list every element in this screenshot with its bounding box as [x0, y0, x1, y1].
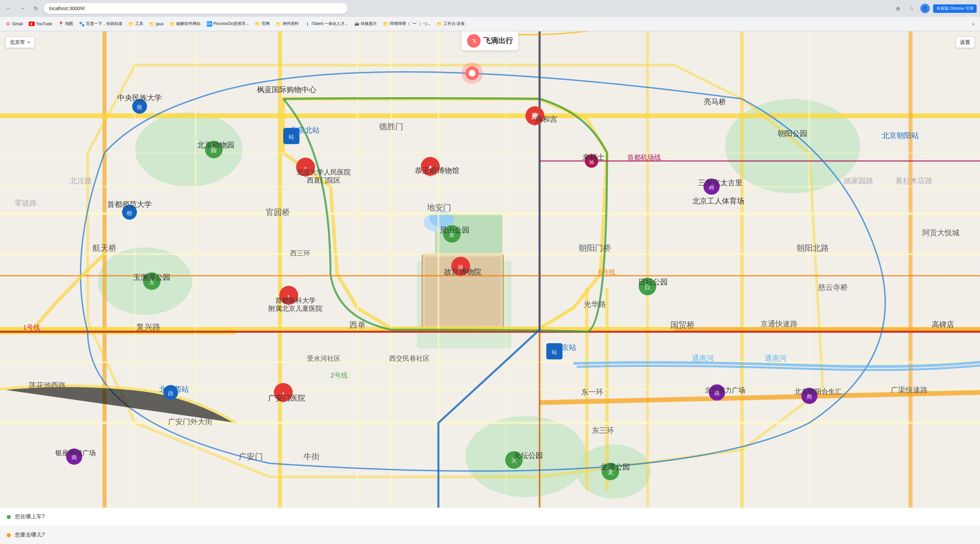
svg-text:阿贡大悦城: 阿贡大悦城 [922, 228, 959, 237]
svg-text:北京站: 北京站 [554, 343, 576, 352]
new-chrome-badge[interactable]: 有新版 Chrome 可用 [933, 5, 977, 13]
bookmark-gmail[interactable]: G Gmail [3, 20, 25, 28]
svg-point-1 [135, 112, 243, 187]
svg-text:广安门外大街: 广安门外大街 [168, 418, 212, 426]
more-bookmarks-button[interactable]: » [969, 20, 977, 28]
svg-text:慈云寺桥: 慈云寺桥 [818, 283, 848, 292]
svg-text:国贸桥: 国贸桥 [670, 320, 695, 329]
svg-text:姚家园路: 姚家园路 [844, 177, 873, 185]
browser-titlebar: ← → ↻ ⊕ ☆ 👤 有新版 Chrome 可用 [0, 0, 980, 17]
bookmark-bilibili-label: 哔哩哔哩（ ´ー` ）つ... [390, 21, 431, 27]
svg-text:北注路: 北注路 [70, 177, 92, 185]
bookmark-tools[interactable]: 📁 工具 [126, 19, 146, 28]
svg-point-3 [725, 99, 860, 193]
bookmark-convert[interactable]: 🏔 转换图片 [352, 19, 380, 28]
svg-text:通惠河: 通惠河 [692, 354, 714, 362]
profile-button[interactable]: 👤 [920, 3, 931, 14]
svg-text:北京工人体育场: 北京工人体育场 [692, 197, 744, 205]
city-selector[interactable]: 北京市 ▼ [5, 37, 35, 48]
svg-text:莲花池西路: 莲花池西路 [29, 381, 66, 389]
bottom-panel: 您在哪上车? 您要去哪儿? [0, 507, 980, 544]
svg-text:复兴路: 复兴路 [136, 322, 161, 332]
svg-text:亮马桥: 亮马桥 [704, 97, 726, 106]
processon-icon: On [207, 21, 212, 27]
svg-text:站: 站 [289, 134, 294, 140]
bookmark-italent[interactable]: i iTalent 一体化人才... [302, 19, 351, 28]
bookmark-maps[interactable]: 📍 地图 [56, 19, 76, 28]
svg-text:光华路: 光华路 [584, 300, 606, 308]
svg-text:北京北站: 北京北站 [290, 126, 320, 134]
svg-text:广安门医院: 广安门医院 [268, 394, 305, 402]
map-svg: 雍 + ★ 故 + [0, 31, 980, 544]
bookmark-worktable[interactable]: 📁 工作台·语雀 [434, 19, 468, 28]
address-bar[interactable] [44, 3, 347, 14]
svg-text:西三环: 西三环 [290, 249, 310, 257]
svg-text:玉渊潭公园: 玉渊潭公园 [133, 273, 170, 281]
app-header: 飞 飞滴出行 [462, 31, 518, 50]
bookmark-gmail-label: Gmail [12, 22, 22, 26]
main-content: 雍 + ★ 故 + [0, 31, 980, 544]
svg-text:首都师范大学: 首都师范大学 [107, 200, 152, 209]
svg-text:枫蓝国际购物中心: 枫蓝国际购物中心 [257, 85, 316, 94]
refresh-button[interactable]: ↻ [30, 3, 41, 14]
bookmark-button[interactable]: ☆ [906, 3, 917, 14]
translate-button[interactable]: ⊕ [892, 3, 904, 14]
map-container[interactable]: 雍 + ★ 故 + [0, 31, 980, 544]
svg-text:通惠河: 通惠河 [765, 354, 787, 362]
bookmark-youtube-label: YouTube [36, 22, 52, 26]
settings-label: 设置 [960, 39, 970, 45]
bookmark-youtube[interactable]: YouTube [26, 20, 55, 28]
app-logo: 飞 [467, 34, 480, 48]
forward-button[interactable]: → [17, 3, 28, 14]
tools-folder-icon: 📁 [129, 21, 134, 27]
svg-text:校: 校 [137, 104, 142, 110]
browser-chrome: ← → ↻ ⊕ ☆ 👤 有新版 Chrome 可用 G Gmail YouTub… [0, 0, 980, 31]
settings-button[interactable]: 设置 [956, 37, 975, 48]
youtube-play-triangle [31, 22, 33, 25]
bilibili-folder-icon: 📁 [383, 21, 388, 27]
maps-icon: 📍 [58, 21, 64, 27]
svg-text:西交民巷社区: 西交民巷社区 [389, 355, 430, 362]
svg-text:东一环: 东一环 [581, 388, 603, 396]
bookmark-maps-label: 地图 [65, 21, 73, 27]
svg-text:景山公园: 景山公园 [440, 226, 469, 234]
bookmark-baidu[interactable]: 🐾 百度一下，你就知道 [76, 19, 125, 28]
pickup-row[interactable]: 您在哪上车? [0, 508, 980, 526]
bookmark-processon-label: ProcessOn思维导... [213, 21, 249, 27]
svg-text:三里屯太古里: 三里屯太古里 [698, 179, 743, 187]
svg-text:雍和宫: 雍和宫 [535, 115, 557, 123]
svg-text:航天桥: 航天桥 [92, 243, 117, 252]
svg-text:牛街: 牛街 [304, 452, 320, 461]
svg-text:官园桥: 官园桥 [266, 207, 290, 217]
bookmark-processon[interactable]: On ProcessOn思维导... [204, 19, 251, 28]
destination-label: 您要去哪儿? [15, 531, 45, 539]
convert-folder-icon: 🏔 [354, 21, 360, 27]
svg-text:天坛公园: 天坛公园 [513, 451, 543, 459]
svg-text:附属北京儿童医院: 附属北京儿童医院 [269, 305, 322, 312]
back-button[interactable]: ← [3, 3, 14, 14]
svg-text:高碑店: 高碑店 [932, 320, 954, 329]
bookmark-shenzhou[interactable]: 📁 神州资料 [273, 19, 301, 28]
shenzhou-folder-icon: 📁 [276, 21, 281, 27]
java-folder-icon: 📁 [150, 21, 155, 27]
bookmark-java[interactable]: 📁 java [147, 20, 166, 28]
bookmark-bilibili[interactable]: 📁 哔哩哔哩（ ´ー` ）つ... [380, 19, 433, 28]
svg-text:北京大学人民医院: 北京大学人民医院 [297, 168, 351, 176]
bookmark-cracker[interactable]: 📁 破解软件网站 [167, 19, 204, 28]
svg-text:中央民族大学: 中央民族大学 [117, 94, 162, 102]
pickup-label: 您在哪上车? [15, 513, 45, 520]
bookmark-convert-label: 转换图片 [361, 21, 377, 27]
bookmark-official[interactable]: 📁 官网 [252, 19, 272, 28]
destination-row[interactable]: 您要去哪儿? [0, 526, 980, 544]
svg-text:日坛公园: 日坛公园 [638, 278, 668, 286]
worktable-folder-icon: 📁 [437, 21, 442, 27]
svg-text:零玻路: 零玻路 [14, 199, 37, 207]
svg-text:飞: 飞 [472, 39, 476, 43]
svg-text:故宫博物院: 故宫博物院 [444, 268, 481, 276]
svg-text:朝阳公园: 朝阳公园 [778, 129, 807, 138]
official-folder-icon: 📁 [255, 21, 260, 27]
svg-text:广渠快速路: 广渠快速路 [891, 386, 928, 394]
svg-text:北京朝阳站: 北京朝阳站 [882, 131, 919, 140]
svg-text:首都机场线: 首都机场线 [627, 153, 661, 161]
svg-text:德胜门: 德胜门 [379, 122, 403, 131]
